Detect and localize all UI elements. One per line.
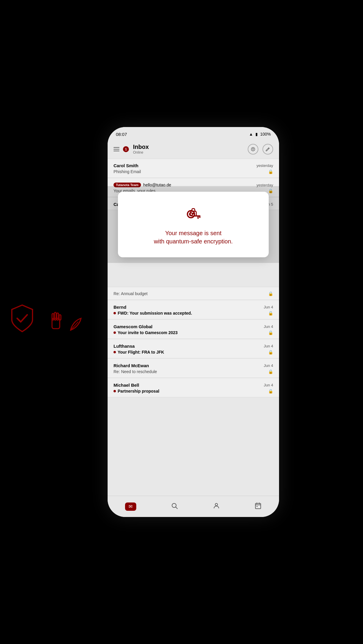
inbox-header: 1 Inbox Online xyxy=(108,141,279,158)
email-sender-bernd: Bernd xyxy=(114,305,126,310)
svg-rect-2 xyxy=(54,313,56,320)
email-subject-richard: Re: Need to reschedule xyxy=(114,369,157,374)
lock-icon-richard: 🔒 xyxy=(268,369,273,374)
email-date-lufthansa: Jun 4 xyxy=(264,344,273,348)
lock-icon-michael: 🔒 xyxy=(268,389,273,393)
unread-badge: 1 xyxy=(123,146,129,152)
svg-point-17 xyxy=(192,213,194,214)
status-bar: 08:07 ▲ ▮ 100% xyxy=(108,127,279,141)
status-icons: ▲ ▮ 100% xyxy=(249,132,271,136)
nav-mail[interactable]: ✉ xyxy=(120,500,141,513)
svg-point-20 xyxy=(215,503,218,506)
inbox-left: 1 Inbox Online xyxy=(114,144,149,155)
status-time: 08:07 xyxy=(116,132,127,137)
lock-icon-gamescom: 🔒 xyxy=(268,330,273,335)
lock-icon-bernd: 🔒 xyxy=(268,311,273,316)
email-subject-bernd: FWD: Your submission was accepted. xyxy=(118,311,192,316)
email-item-richard[interactable]: Richard McEwan Jun 4 Re: Need to resched… xyxy=(108,359,279,378)
svg-line-19 xyxy=(176,507,178,509)
main-layout: 08:07 ▲ ▮ 100% 1 Inbox xyxy=(108,127,279,517)
calendar-nav-icon xyxy=(255,502,262,511)
email-item-bernd[interactable]: Bernd Jun 4 FWD: Your submission was acc… xyxy=(108,300,279,319)
email-item-michael-bell[interactable]: Michael Bell Jun 4 Partnership proposal … xyxy=(108,378,279,397)
email-sender: Carol Smith xyxy=(114,163,138,168)
email-subject-budget: Re: Annual budget xyxy=(114,291,266,296)
header-actions xyxy=(248,144,273,155)
filter-button[interactable] xyxy=(248,144,258,155)
email-item-gamescom[interactable]: Gamescom Global Jun 4 Your invite to Gam… xyxy=(108,320,279,339)
battery-icon: ▮ xyxy=(255,132,258,136)
encryption-icon xyxy=(184,206,203,225)
email-subject-lufthansa: Your Flight: FRA to JFK xyxy=(118,350,164,354)
unread-dot-lufthansa xyxy=(114,351,116,353)
email-date: yesterday xyxy=(257,163,273,168)
battery-percent: 100% xyxy=(260,132,271,136)
popup-overlay: Your message is sent with quantum-safe e… xyxy=(108,186,279,263)
leaf-icon xyxy=(68,316,85,333)
email-date-michael: Jun 4 xyxy=(264,383,273,387)
lock-icon-lufthansa: 🔒 xyxy=(268,350,273,354)
phone-frame: 08:07 ▲ ▮ 100% 1 Inbox xyxy=(108,127,279,517)
inbox-title: Inbox xyxy=(133,144,149,150)
email-date-bernd: Jun 4 xyxy=(264,305,273,309)
wifi-icon: ▲ xyxy=(249,132,253,136)
email-subject-michael: Partnership proposal xyxy=(118,389,159,393)
svg-rect-25 xyxy=(257,506,257,507)
nav-search[interactable] xyxy=(166,500,183,513)
mail-nav-icon: ✉ xyxy=(125,502,136,511)
lock-icon-budget: 🔒 xyxy=(268,291,273,296)
shield-icon xyxy=(9,304,35,333)
lock-icon: 🔒 xyxy=(268,169,273,174)
email-item-carol-smith-1[interactable]: Carol Smith yesterday Phishing Email 🔒 xyxy=(108,159,279,178)
email-item-annual-budget[interactable]: Re: Annual budget 🔒 xyxy=(108,287,279,300)
svg-rect-3 xyxy=(57,313,59,320)
phone-screen: 08:07 ▲ ▮ 100% 1 Inbox xyxy=(108,127,279,517)
svg-rect-21 xyxy=(255,503,261,509)
search-nav-icon xyxy=(171,502,178,511)
unread-dot-bernd xyxy=(114,312,116,314)
menu-button[interactable] xyxy=(114,147,119,151)
encryption-popup: Your message is sent with quantum-safe e… xyxy=(118,192,269,257)
popup-message: Your message is sent with quantum-safe e… xyxy=(154,229,233,245)
contacts-nav-icon xyxy=(213,502,220,511)
inbox-title-group: Inbox Online xyxy=(133,144,149,155)
email-sender-michael: Michael Bell xyxy=(114,383,139,388)
filter-icon xyxy=(251,147,255,152)
email-date-richard: Jun 4 xyxy=(264,363,273,368)
unread-dot-michael xyxy=(114,390,116,392)
email-item-lufthansa[interactable]: Lufthansa Jun 4 Your Flight: FRA to JFK … xyxy=(108,339,279,358)
email-list-lower: Re: Annual budget 🔒 Bernd Jun 4 FWD: You… xyxy=(108,287,279,397)
email-subject-gamescom: Your invite to Gamescom 2023 xyxy=(118,330,178,335)
email-date-gamescom: Jun 4 xyxy=(264,324,273,329)
compose-icon xyxy=(265,147,270,152)
nav-contacts[interactable] xyxy=(208,500,225,513)
unread-dot-gamescom xyxy=(114,331,116,334)
email-sender-lufthansa: Lufthansa xyxy=(114,344,135,349)
nav-calendar[interactable] xyxy=(250,500,266,513)
email-subject: Phishing Email xyxy=(114,169,141,174)
email-sender-richard: Richard McEwan xyxy=(114,363,149,368)
bottom-nav: ✉ xyxy=(108,496,279,517)
email-sender-gamescom: Gamescom Global xyxy=(114,324,153,329)
online-status: Online xyxy=(133,150,149,155)
hand-icon xyxy=(46,310,66,333)
compose-button[interactable] xyxy=(262,144,273,155)
